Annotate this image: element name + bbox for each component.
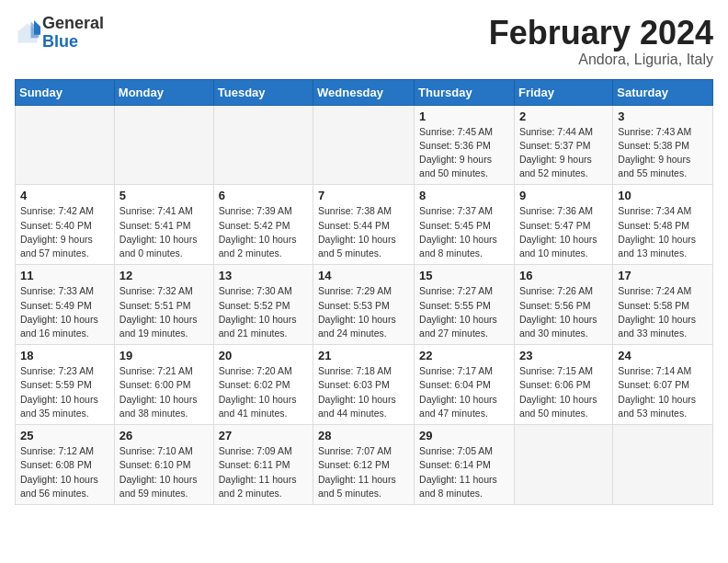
day-info: Sunrise: 7:30 AM Sunset: 5:52 PM Dayligh… <box>219 284 308 340</box>
logo-text: General Blue <box>42 15 104 52</box>
calendar-cell: 11Sunrise: 7:33 AM Sunset: 5:49 PM Dayli… <box>16 265 115 345</box>
day-info: Sunrise: 7:07 AM Sunset: 6:12 PM Dayligh… <box>318 444 409 500</box>
calendar-cell: 14Sunrise: 7:29 AM Sunset: 5:53 PM Dayli… <box>313 265 415 345</box>
title-block: February 2024 Andora, Liguria, Italy <box>489 15 713 68</box>
day-number: 3 <box>618 109 708 123</box>
calendar-cell: 21Sunrise: 7:18 AM Sunset: 6:03 PM Dayli… <box>313 345 415 425</box>
calendar-cell: 29Sunrise: 7:05 AM Sunset: 6:14 PM Dayli… <box>415 425 515 505</box>
calendar-body: 1Sunrise: 7:45 AM Sunset: 5:36 PM Daylig… <box>16 105 713 504</box>
day-header-friday: Friday <box>514 79 612 105</box>
day-number: 11 <box>20 269 109 282</box>
day-info: Sunrise: 7:37 AM Sunset: 5:45 PM Dayligh… <box>419 204 509 260</box>
day-number: 12 <box>119 269 209 282</box>
day-number: 13 <box>219 269 308 282</box>
calendar-cell: 6Sunrise: 7:39 AM Sunset: 5:42 PM Daylig… <box>213 185 313 265</box>
calendar-cell: 23Sunrise: 7:15 AM Sunset: 6:06 PM Dayli… <box>514 345 612 425</box>
day-number: 17 <box>618 269 708 282</box>
day-info: Sunrise: 7:36 AM Sunset: 5:47 PM Dayligh… <box>519 204 608 260</box>
calendar-cell: 28Sunrise: 7:07 AM Sunset: 6:12 PM Dayli… <box>313 425 415 505</box>
calendar-cell: 22Sunrise: 7:17 AM Sunset: 6:04 PM Dayli… <box>415 345 515 425</box>
calendar-cell <box>114 105 213 185</box>
day-number: 10 <box>618 189 708 202</box>
day-info: Sunrise: 7:33 AM Sunset: 5:49 PM Dayligh… <box>20 284 109 340</box>
day-info: Sunrise: 7:45 AM Sunset: 5:36 PM Dayligh… <box>419 125 509 181</box>
day-info: Sunrise: 7:24 AM Sunset: 5:58 PM Dayligh… <box>618 284 708 340</box>
calendar-header: SundayMondayTuesdayWednesdayThursdayFrid… <box>16 79 713 105</box>
day-info: Sunrise: 7:43 AM Sunset: 5:38 PM Dayligh… <box>618 125 708 181</box>
day-number: 14 <box>318 269 409 282</box>
day-header-sunday: Sunday <box>16 79 115 105</box>
day-number: 2 <box>519 109 608 123</box>
day-number: 1 <box>419 109 509 123</box>
day-header-monday: Monday <box>114 79 213 105</box>
day-number: 22 <box>419 349 509 362</box>
week-row-2: 4Sunrise: 7:42 AM Sunset: 5:40 PM Daylig… <box>16 185 713 265</box>
logo-icon <box>15 20 40 46</box>
day-info: Sunrise: 7:26 AM Sunset: 5:56 PM Dayligh… <box>519 284 608 340</box>
day-number: 7 <box>318 189 409 202</box>
calendar-cell <box>213 105 313 185</box>
day-number: 21 <box>318 349 409 362</box>
day-number: 5 <box>119 189 209 202</box>
calendar-cell: 27Sunrise: 7:09 AM Sunset: 6:11 PM Dayli… <box>213 425 313 505</box>
day-info: Sunrise: 7:20 AM Sunset: 6:02 PM Dayligh… <box>219 364 308 420</box>
calendar-cell <box>16 105 115 185</box>
calendar-cell: 26Sunrise: 7:10 AM Sunset: 6:10 PM Dayli… <box>114 425 213 505</box>
calendar-cell: 1Sunrise: 7:45 AM Sunset: 5:36 PM Daylig… <box>415 105 515 185</box>
week-row-1: 1Sunrise: 7:45 AM Sunset: 5:36 PM Daylig… <box>16 105 713 185</box>
day-info: Sunrise: 7:29 AM Sunset: 5:53 PM Dayligh… <box>318 284 409 340</box>
calendar-cell: 3Sunrise: 7:43 AM Sunset: 5:38 PM Daylig… <box>613 105 713 185</box>
calendar-cell <box>514 425 612 505</box>
day-number: 8 <box>419 189 509 202</box>
day-header-wednesday: Wednesday <box>313 79 415 105</box>
calendar-cell: 7Sunrise: 7:38 AM Sunset: 5:44 PM Daylig… <box>313 185 415 265</box>
day-number: 26 <box>119 429 209 442</box>
calendar-cell: 10Sunrise: 7:34 AM Sunset: 5:48 PM Dayli… <box>613 185 713 265</box>
day-info: Sunrise: 7:44 AM Sunset: 5:37 PM Dayligh… <box>519 125 608 181</box>
day-header-saturday: Saturday <box>613 79 713 105</box>
day-info: Sunrise: 7:09 AM Sunset: 6:11 PM Dayligh… <box>219 444 308 500</box>
logo-blue: Blue <box>42 33 104 52</box>
day-number: 6 <box>219 189 308 202</box>
day-info: Sunrise: 7:42 AM Sunset: 5:40 PM Dayligh… <box>20 204 109 260</box>
day-info: Sunrise: 7:23 AM Sunset: 5:59 PM Dayligh… <box>20 364 109 420</box>
calendar-cell: 20Sunrise: 7:20 AM Sunset: 6:02 PM Dayli… <box>213 345 313 425</box>
logo-general: General <box>42 15 104 33</box>
calendar-cell <box>613 425 713 505</box>
day-info: Sunrise: 7:17 AM Sunset: 6:04 PM Dayligh… <box>419 364 509 420</box>
day-info: Sunrise: 7:18 AM Sunset: 6:03 PM Dayligh… <box>318 364 409 420</box>
calendar-cell: 8Sunrise: 7:37 AM Sunset: 5:45 PM Daylig… <box>415 185 515 265</box>
day-info: Sunrise: 7:12 AM Sunset: 6:08 PM Dayligh… <box>20 444 109 500</box>
calendar-cell: 2Sunrise: 7:44 AM Sunset: 5:37 PM Daylig… <box>514 105 612 185</box>
day-number: 9 <box>519 189 608 202</box>
day-number: 29 <box>419 429 509 442</box>
days-of-week-row: SundayMondayTuesdayWednesdayThursdayFrid… <box>16 79 713 105</box>
calendar-cell: 18Sunrise: 7:23 AM Sunset: 5:59 PM Dayli… <box>16 345 115 425</box>
location-subtitle: Andora, Liguria, Italy <box>489 52 713 68</box>
day-number: 28 <box>318 429 409 442</box>
calendar-cell: 19Sunrise: 7:21 AM Sunset: 6:00 PM Dayli… <box>114 345 213 425</box>
calendar-table: SundayMondayTuesdayWednesdayThursdayFrid… <box>15 79 713 505</box>
day-number: 20 <box>219 349 308 362</box>
calendar-cell: 25Sunrise: 7:12 AM Sunset: 6:08 PM Dayli… <box>16 425 115 505</box>
day-number: 25 <box>20 429 109 442</box>
day-info: Sunrise: 7:38 AM Sunset: 5:44 PM Dayligh… <box>318 204 409 260</box>
calendar-cell: 16Sunrise: 7:26 AM Sunset: 5:56 PM Dayli… <box>514 265 612 345</box>
day-info: Sunrise: 7:34 AM Sunset: 5:48 PM Dayligh… <box>618 204 708 260</box>
calendar-cell: 5Sunrise: 7:41 AM Sunset: 5:41 PM Daylig… <box>114 185 213 265</box>
day-number: 19 <box>119 349 209 362</box>
day-number: 4 <box>20 189 109 202</box>
calendar-cell: 13Sunrise: 7:30 AM Sunset: 5:52 PM Dayli… <box>213 265 313 345</box>
day-info: Sunrise: 7:10 AM Sunset: 6:10 PM Dayligh… <box>119 444 209 500</box>
page-header: General Blue February 2024 Andora, Ligur… <box>15 15 713 68</box>
day-header-tuesday: Tuesday <box>213 79 313 105</box>
day-info: Sunrise: 7:39 AM Sunset: 5:42 PM Dayligh… <box>219 204 308 260</box>
week-row-4: 18Sunrise: 7:23 AM Sunset: 5:59 PM Dayli… <box>16 345 713 425</box>
day-info: Sunrise: 7:05 AM Sunset: 6:14 PM Dayligh… <box>419 444 509 500</box>
day-info: Sunrise: 7:15 AM Sunset: 6:06 PM Dayligh… <box>519 364 608 420</box>
calendar-cell <box>313 105 415 185</box>
calendar-cell: 4Sunrise: 7:42 AM Sunset: 5:40 PM Daylig… <box>16 185 115 265</box>
day-number: 18 <box>20 349 109 362</box>
day-info: Sunrise: 7:32 AM Sunset: 5:51 PM Dayligh… <box>119 284 209 340</box>
day-number: 24 <box>618 349 708 362</box>
